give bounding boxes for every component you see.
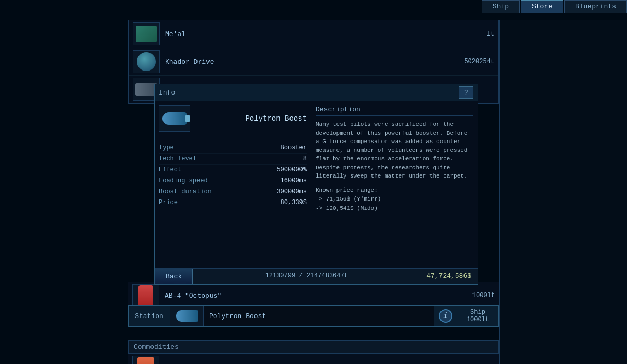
info-stats-panel: Polytron Boost Type Booster Tech level 8… (155, 101, 311, 268)
price-range-line-2: -> 120,541$ (Mido) (316, 205, 378, 212)
info-panel: Info ? Polytron Boost Type Booster Tech … (154, 84, 478, 285)
station-label: Station (129, 306, 170, 326)
commodities-section: Commodities Medical Supplies (128, 340, 499, 364)
money-info: 47,724,586$ (420, 269, 478, 284)
list-item[interactable]: Khador Drive 5020254t (129, 48, 498, 76)
item-icon-ab4 (132, 284, 159, 307)
booster-icon (162, 112, 187, 125)
stat-label-price: Price (159, 199, 178, 206)
description-header: Description (316, 105, 473, 116)
item-value-ab4: 1000lt (472, 292, 495, 299)
tab-blueprints[interactable]: Blueprints (564, 0, 627, 13)
stat-value-effect: 5000000% (276, 166, 307, 173)
stat-row-loading: Loading speed 16000ms (159, 175, 307, 186)
ship-value-text: 1000lt (467, 316, 489, 323)
top-navigation: Ship Store Blueprints (482, 0, 627, 13)
item-icon-medical (132, 356, 159, 364)
stat-label-loading: Loading speed (159, 177, 208, 184)
stat-value-type: Booster (281, 144, 307, 151)
help-button[interactable]: ? (459, 86, 473, 99)
tab-ship[interactable]: Ship (482, 0, 520, 13)
medical-icon (137, 357, 154, 364)
tab-store[interactable]: Store (521, 0, 563, 13)
ship-label-text: Ship (470, 309, 485, 316)
teal-box-icon (136, 26, 157, 42)
price-range-header: Known price range: (316, 187, 378, 193)
info-panel-content: Polytron Boost Type Booster Tech level 8… (155, 101, 478, 268)
commodities-header: Commodities (128, 340, 499, 354)
blue-orb-icon (137, 52, 156, 71)
item-name-khador: Khador Drive (165, 58, 464, 66)
station-ship-label: Ship 1000lt (457, 306, 498, 326)
stat-label-boost: Boost duration (159, 188, 212, 195)
can-icon (138, 285, 153, 306)
station-item-name: Polytron Boost (204, 306, 434, 326)
stat-row-tech: Tech level 8 (159, 154, 307, 165)
station-bar: Station Polytron Boost i Ship 1000lt (128, 305, 499, 327)
info-item-header: Polytron Boost (159, 105, 307, 136)
item-name-meal: Me'al (165, 30, 487, 38)
item-name-ab4: AB-4 "Octopus" (165, 292, 472, 300)
stat-row-boost: Boost duration 300000ms (159, 186, 307, 197)
back-button[interactable]: Back (155, 269, 193, 284)
stat-value-price: 80,339$ (281, 199, 307, 206)
stat-row-price: Price 80,339$ (159, 197, 307, 208)
price-range-line-1: -> 71,156$ (Y'mirr) (316, 196, 381, 202)
description-text: Many test pilots were sacrificed for the… (316, 120, 473, 181)
stat-value-tech: 8 (303, 155, 307, 162)
stat-value-boost: 300000ms (276, 188, 307, 195)
info-description-panel: Description Many test pilots were sacrif… (311, 101, 478, 268)
item-value-meal: It (487, 30, 494, 38)
info-circle-icon: i (439, 309, 452, 323)
stat-row-type: Type Booster (159, 143, 307, 154)
station-item-icon (170, 306, 204, 326)
info-item-name: Polytron Boost (194, 114, 307, 123)
info-panel-title: Info (159, 89, 175, 97)
list-item[interactable]: Medical Supplies (128, 354, 499, 364)
info-panel-footer: Back 12130799 / 2147483647t 47,724,586$ (155, 268, 478, 284)
stat-label-type: Type (159, 144, 174, 151)
item-value-khador: 5020254t (464, 58, 494, 65)
stat-row-effect: Effect 5000000% (159, 165, 307, 175)
item-icon-meal (133, 22, 160, 45)
booster-small-icon (176, 310, 198, 322)
station-info-button[interactable]: i (434, 306, 457, 326)
stat-value-loading: 16000ms (281, 177, 307, 184)
right-panel (499, 20, 627, 364)
cargo-info: 12130799 / 2147483647t (193, 269, 420, 284)
item-icon-khador (133, 50, 160, 73)
list-item[interactable]: Me'al It (129, 20, 498, 48)
price-range: Known price range: -> 71,156$ (Y'mirr) -… (316, 186, 473, 214)
info-item-icon (159, 105, 190, 132)
stat-label-effect: Effect (159, 166, 181, 173)
info-panel-header: Info ? (155, 84, 478, 101)
stat-label-tech: Tech level (159, 155, 196, 162)
